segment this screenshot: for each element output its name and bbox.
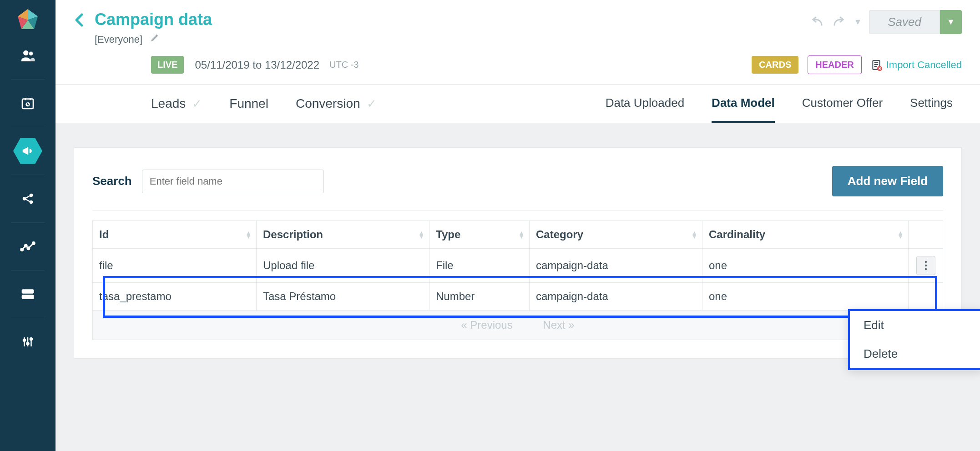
row-actions-menu: Edit Delete [848,309,980,370]
sort-icon: ▲▼ [518,231,525,238]
tab-customer-offer[interactable]: Customer Offer [802,85,883,123]
add-field-button[interactable]: Add new Field [832,166,943,196]
sidebar-item-campaigns[interactable] [0,132,56,170]
menu-edit[interactable]: Edit [850,311,980,340]
cell-description: Tasa Préstamo [257,283,429,311]
sort-icon: ▲▼ [691,231,697,238]
edit-scope-icon[interactable] [151,33,160,42]
cell-type: File [429,249,530,283]
svg-line-16 [26,199,30,201]
cell-type: Number [429,283,530,311]
timezone-label: UTC -3 [329,60,359,70]
svg-point-24 [24,296,25,298]
sidebar-separator [11,175,44,175]
sidebar-separator [11,222,44,223]
breadcrumb-label: Leads [151,96,186,111]
tab-data-uploaded[interactable]: Data Uploaded [606,85,684,123]
saved-button[interactable]: Saved [869,10,940,34]
sidebar-item-servers[interactable] [0,275,56,313]
col-cardinality[interactable]: Cardinality▲▼ [702,221,909,249]
svg-point-30 [30,338,32,340]
saved-dropdown[interactable]: ▼ [940,10,962,34]
svg-point-17 [21,249,23,251]
svg-point-19 [27,247,30,250]
menu-delete[interactable]: Delete [850,340,980,368]
col-actions [909,221,943,249]
search-label: Search [92,174,132,188]
pager-next[interactable]: Next » [543,319,574,331]
svg-point-23 [24,291,25,292]
svg-point-28 [23,339,25,341]
megaphone-icon [13,136,42,165]
sort-icon: ▲▼ [418,231,424,238]
svg-point-6 [23,50,28,55]
cell-actions [909,249,943,283]
sidebar-item-analytics[interactable] [0,227,56,266]
cell-actions [909,283,943,311]
data-model-card: Search Add new Field Id▲▼ Description▲▼ … [74,147,962,359]
cell-cardinality: one [702,283,909,311]
row-actions-button[interactable] [916,256,935,275]
page-title: Campaign data [95,10,212,29]
redo-dropdown-icon[interactable]: ▼ [854,17,862,27]
page-header: Campaign data [Everyone] ▼ Saved ▼ [56,0,980,123]
col-type[interactable]: Type▲▼ [429,221,530,249]
cell-category: campaign-data [530,249,702,283]
pager-prev[interactable]: « Previous [461,319,512,331]
save-group: Saved ▼ [869,10,962,34]
tab-data-model[interactable]: Data Model [712,85,775,123]
svg-point-14 [30,200,33,204]
table-row[interactable]: file Upload file File campaign-data one [93,249,943,283]
col-category[interactable]: Category▲▼ [530,221,702,249]
svg-point-18 [25,245,27,247]
check-icon: ✓ [367,97,377,111]
import-status-text: Import Cancelled [886,59,962,71]
svg-point-29 [27,342,29,345]
fields-table: Id▲▼ Description▲▼ Type▲▼ Category▲▼ Car… [92,220,943,311]
check-icon: ✓ [192,97,202,111]
cell-id: file [93,249,257,283]
divider [92,210,943,210]
redo-button[interactable] [832,16,846,29]
cell-cardinality: one [702,249,909,283]
breadcrumb-label: Funnel [229,96,268,111]
col-id[interactable]: Id▲▼ [93,221,257,249]
breadcrumb-label: Conversion [296,96,360,111]
svg-line-15 [26,196,30,198]
svg-point-13 [30,194,33,197]
back-button[interactable] [74,12,85,28]
live-badge: LIVE [151,56,184,74]
cell-id: tasa_prestamo [93,283,257,311]
col-description[interactable]: Description▲▼ [257,221,429,249]
sidebar-separator [11,318,44,318]
sidebar-item-users[interactable] [0,36,56,75]
search-input[interactable] [142,170,324,193]
sidebar-item-calendar[interactable] [0,84,56,122]
app-logo[interactable] [16,8,40,32]
breadcrumb-conversion[interactable]: Conversion ✓ [296,96,377,111]
breadcrumb-leads[interactable]: Leads ✓ [151,96,202,111]
svg-point-39 [924,265,926,266]
pagination: « Previous Next » [92,311,943,340]
sidebar-separator [11,79,44,80]
undo-button[interactable] [810,16,824,29]
chevron-down-icon: ▼ [947,17,955,27]
header-chip[interactable]: HEADER [808,55,861,74]
sidebar-item-share[interactable] [0,180,56,218]
cell-category: campaign-data [530,283,702,311]
import-status[interactable]: Import Cancelled [871,59,962,71]
cell-description: Upload file [257,249,429,283]
sidebar [0,0,56,451]
cards-chip[interactable]: CARDS [752,56,798,74]
main-content: Search Add new Field Id▲▼ Description▲▼ … [56,129,980,451]
date-range[interactable]: 05/11/2019 to 13/12/2022 [195,59,319,71]
sidebar-item-settings-sliders[interactable] [0,323,56,361]
svg-point-40 [924,268,926,270]
tab-settings[interactable]: Settings [910,85,953,123]
sidebar-separator [11,127,44,127]
svg-point-7 [29,52,33,56]
table-row[interactable]: tasa_prestamo Tasa Préstamo Number campa… [93,283,943,311]
breadcrumb-funnel[interactable]: Funnel [229,96,268,111]
sort-icon: ▲▼ [897,231,904,238]
svg-point-12 [23,197,26,200]
